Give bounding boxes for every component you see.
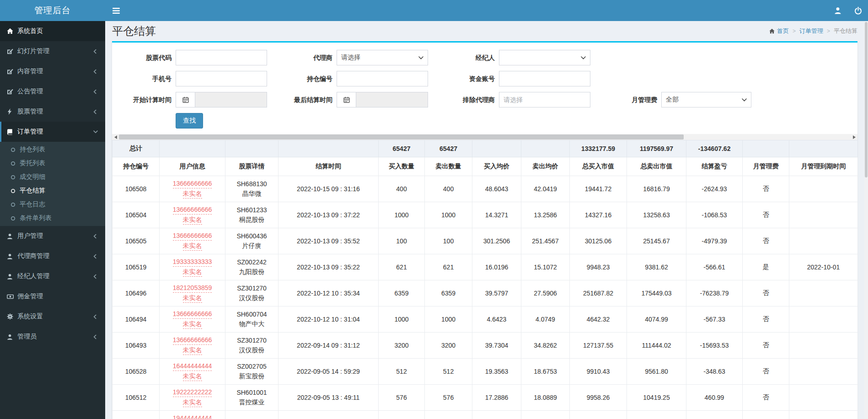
sidebar-menu: 系统首页幻灯片管理内容管理公告管理股票管理订单管理持仓列表委托列表成交明细平仓结…	[0, 21, 105, 347]
cell-sell_avg: 39.4060	[521, 411, 570, 419]
sidebar-item-settings[interactable]: 系统设置	[0, 306, 105, 327]
sidebar-item-commission[interactable]: 佣金管理	[0, 286, 105, 306]
vertical-scrollbar[interactable]	[864, 21, 868, 419]
sidebar-item-label: 经纪人管理	[17, 272, 93, 280]
cell-id: 106519	[113, 254, 160, 280]
cell-monthly: 否	[743, 306, 789, 333]
filter-form: 股票代码 代理商 请选择 经纪人	[112, 43, 857, 134]
search-button[interactable]: 查找	[176, 113, 203, 129]
sidebar-item-admin[interactable]: 管理员	[0, 327, 105, 347]
user-phone-link[interactable]: 18212053859	[161, 283, 223, 293]
user-phone-link[interactable]: 19333333333	[161, 257, 223, 267]
sidebar-item-orders[interactable]: 订单管理	[0, 122, 105, 142]
cell-buy_qty: 984	[379, 411, 425, 419]
start-time-input[interactable]	[195, 92, 267, 107]
cell-buy_qty: 512	[379, 359, 425, 385]
cell-sell_avg: 42.0419	[521, 176, 570, 202]
cell-monthly: 否	[743, 176, 789, 202]
sidebar-item-agents[interactable]: 代理商管理	[0, 246, 105, 266]
broker-select[interactable]	[499, 50, 590, 65]
last-time-input[interactable]	[356, 92, 428, 107]
phone-input[interactable]	[176, 71, 267, 86]
header-row: 持仓编号用户信息股票详情结算时间买入数量卖出数量买入均价卖出均价总买入市值总卖出…	[113, 157, 858, 176]
sidebar-item-brokers[interactable]: 经纪人管理	[0, 266, 105, 286]
sidebar-item-notice[interactable]: 公告管理	[0, 81, 105, 102]
sidebar-subitem-deals[interactable]: 成交明细	[0, 170, 105, 184]
sidebar-item-stocks[interactable]: 股票管理	[0, 102, 105, 122]
sidebar-subitem-positions[interactable]: 持仓列表	[0, 143, 105, 156]
user-phone-link[interactable]: 13666666666	[161, 335, 223, 345]
scroll-left-arrow-icon[interactable]	[112, 134, 119, 140]
user-verify-link[interactable]: 未实名	[161, 398, 223, 408]
user-verify-link[interactable]: 未实名	[161, 319, 223, 329]
user-phone-link[interactable]: 19222222222	[161, 387, 223, 398]
cell-stock: SH601233桐昆股份	[225, 202, 279, 228]
cell-buy_value: 14327.16	[570, 202, 627, 228]
user-verify-link[interactable]: 未实名	[161, 189, 223, 199]
chevron-left-icon	[93, 89, 98, 95]
cell-sell_avg: 4.0749	[521, 306, 570, 333]
stock-code: SH600436	[227, 231, 276, 241]
calendar-icon[interactable]	[176, 92, 195, 107]
user-phone-link[interactable]: 13666666666	[161, 309, 223, 319]
sidebar-subitem-entrust[interactable]: 委托列表	[0, 156, 105, 170]
agent-select[interactable]: 请选择	[337, 50, 428, 65]
column-header-monthly: 月管理费	[743, 157, 789, 176]
totals-row: 总计65427654271332177.591197569.97-134607.…	[113, 140, 858, 157]
cell-sell_qty: 3200	[425, 333, 472, 359]
cell-buy_avg: 19.3563	[472, 359, 521, 385]
bolt-icon	[7, 108, 17, 115]
user-verify-link[interactable]: 未实名	[161, 215, 223, 225]
sidebar-item-home[interactable]: 系统首页	[0, 21, 105, 41]
app-logo[interactable]: 管理后台	[0, 0, 105, 21]
hamburger-icon[interactable]	[105, 0, 127, 21]
sidebar-subitem-condition-orders[interactable]: 条件单列表	[0, 211, 105, 225]
cell-user: 19222222222未实名	[160, 385, 225, 411]
horizontal-scrollbar[interactable]	[112, 134, 857, 140]
cell-stock: SH600704物产中大	[225, 306, 279, 333]
user-verify-link[interactable]: 未实名	[161, 267, 223, 277]
monthly-fee-select[interactable]: 全部	[661, 92, 751, 107]
user-phone-link[interactable]: 16444444444	[161, 361, 223, 371]
power-icon[interactable]	[848, 0, 868, 21]
calendar-icon[interactable]	[337, 92, 356, 107]
stock-code: SZ301270	[227, 284, 276, 293]
user-phone-link[interactable]: 13666666666	[161, 179, 223, 189]
fund-account-input[interactable]	[499, 71, 590, 86]
user-icon[interactable]	[828, 0, 848, 21]
cell-monthly: 否	[743, 411, 789, 419]
table-row: 10649413666666666未实名SH600704物产中大2022-10-…	[113, 306, 858, 333]
sidebar-subitem-settlement[interactable]: 平仓结算	[0, 184, 105, 198]
chevron-down-icon	[742, 98, 747, 102]
position-no-input[interactable]	[337, 71, 428, 86]
user-verify-link[interactable]: 未实名	[161, 293, 223, 303]
content-area: 平仓结算 首页>订单管理>平仓结算 股票代码 代理商 请选择	[105, 21, 864, 419]
breadcrumb: 首页>订单管理>平仓结算	[769, 27, 857, 35]
cell-monthly: 否	[743, 280, 789, 306]
sidebar-submenu: 持仓列表委托列表成交明细平仓结算平仓日志条件单列表	[0, 142, 105, 226]
circle-icon	[11, 161, 16, 166]
sidebar-subitem-close-logs[interactable]: 平仓日志	[0, 198, 105, 211]
sidebar-item-content[interactable]: 内容管理	[0, 61, 105, 81]
exclude-agent-input[interactable]	[499, 92, 590, 107]
chevron-left-icon	[93, 48, 98, 54]
user-verify-link[interactable]: 未实名	[161, 345, 223, 355]
cell-user: 13666666666未实名	[160, 228, 225, 254]
breadcrumb-link[interactable]: 订单管理	[799, 27, 823, 35]
user-verify-link[interactable]: 未实名	[161, 371, 223, 381]
stock-code: SH601001	[227, 388, 276, 398]
sidebar-item-slides[interactable]: 幻灯片管理	[0, 41, 105, 61]
sidebar-item-users[interactable]: 用户管理	[0, 226, 105, 246]
horizontal-scrollbar-thumb[interactable]	[119, 134, 684, 140]
scroll-right-arrow-icon[interactable]	[851, 134, 857, 140]
stock-code-input[interactable]	[176, 50, 267, 65]
user-phone-link[interactable]: 13666666666	[161, 205, 223, 215]
column-header-buy_value: 总买入市值	[570, 157, 627, 176]
breadcrumb-link[interactable]: 首页	[769, 27, 789, 35]
column-header-stock: 股票详情	[225, 157, 279, 176]
user-verify-link[interactable]: 未实名	[161, 241, 223, 251]
user-icon	[7, 334, 17, 340]
user-phone-link[interactable]: 13666666666	[161, 231, 223, 241]
user-phone-link[interactable]: 19444444444	[161, 414, 223, 419]
vertical-scrollbar-thumb[interactable]	[865, 22, 868, 177]
